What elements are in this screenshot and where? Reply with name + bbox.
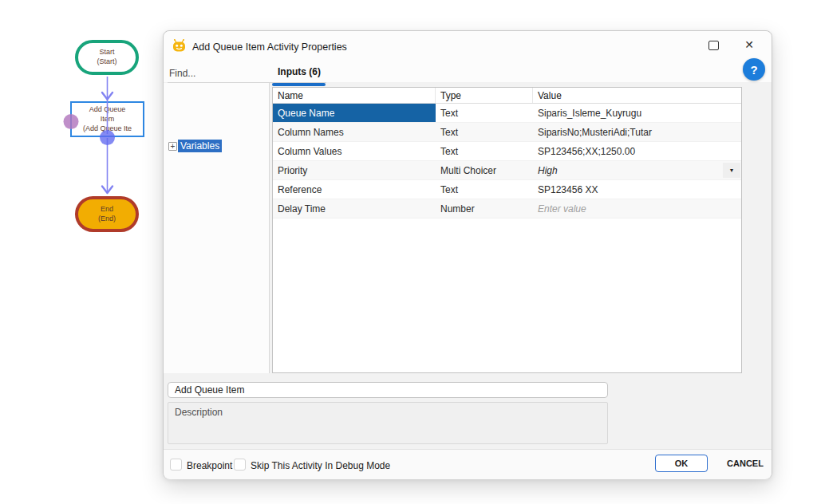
activity-node-line3: (Add Queue Ite bbox=[83, 124, 132, 134]
arrowhead-icon bbox=[102, 93, 112, 100]
cell-type: Text bbox=[436, 180, 533, 199]
breakpoint-label: Breakpoint bbox=[187, 460, 232, 471]
cell-value[interactable]: Siparis_Isleme_Kuyrugu bbox=[533, 104, 741, 122]
tab-inputs[interactable]: Inputs (6) bbox=[272, 66, 326, 77]
maximize-button[interactable] bbox=[705, 37, 722, 53]
cell-name[interactable]: Queue Name bbox=[273, 104, 436, 122]
column-header-value[interactable]: Value bbox=[533, 88, 741, 103]
cell-value[interactable]: SP123456 XX bbox=[533, 180, 741, 199]
robot-icon bbox=[172, 39, 187, 52]
flow-node-end[interactable]: End (End) bbox=[75, 196, 139, 232]
breakpoint-checkbox[interactable] bbox=[170, 459, 182, 471]
start-node-label: Start bbox=[99, 48, 114, 57]
cell-value[interactable]: SiparisNo;MusteriAdi;Tutar bbox=[533, 123, 741, 141]
cell-value-placeholder[interactable]: Enter value bbox=[533, 199, 741, 218]
dialog-title: Add Queue Item Activity Properties bbox=[192, 41, 347, 53]
cell-name[interactable]: Reference bbox=[273, 180, 436, 199]
ok-button[interactable]: OK bbox=[655, 455, 708, 472]
cell-value[interactable]: SP123456;XX;1250.00 bbox=[533, 142, 741, 160]
maximize-icon bbox=[708, 41, 719, 50]
activity-node-line1: Add Queue bbox=[89, 105, 126, 115]
panel-divider bbox=[269, 83, 270, 373]
help-icon: ? bbox=[750, 63, 757, 77]
cell-type: Number bbox=[436, 199, 533, 218]
tree-item-variables[interactable]: + Variables bbox=[164, 139, 222, 153]
column-header-type[interactable]: Type bbox=[436, 88, 533, 103]
table-row-reference[interactable]: Reference Text SP123456 XX bbox=[273, 180, 741, 199]
tree-item-label: Variables bbox=[178, 140, 222, 152]
close-button[interactable]: ✕ bbox=[740, 36, 759, 53]
cell-name[interactable]: Priority bbox=[273, 161, 436, 179]
flow-node-start[interactable]: Start (Start) bbox=[75, 40, 139, 75]
variables-tree-panel: + Variables bbox=[164, 83, 269, 373]
cell-type: Text bbox=[436, 142, 533, 160]
table-row-queue-name[interactable]: Queue Name Text Siparis_Isleme_Kuyrugu bbox=[273, 104, 741, 123]
tab-active-indicator bbox=[272, 83, 326, 86]
cell-name[interactable]: Column Values bbox=[273, 142, 436, 160]
cell-type: Text bbox=[436, 123, 533, 141]
cancel-button[interactable]: CANCEL bbox=[720, 455, 770, 472]
cell-type: Text bbox=[436, 104, 533, 122]
column-header-name[interactable]: Name bbox=[273, 88, 436, 103]
cell-value[interactable]: High bbox=[533, 161, 741, 179]
description-textarea[interactable] bbox=[168, 402, 608, 444]
arrowhead-icon bbox=[102, 187, 112, 194]
table-row-column-values[interactable]: Column Values Text SP123456;XX;1250.00 bbox=[273, 142, 741, 161]
help-button[interactable]: ? bbox=[743, 58, 765, 81]
skip-debug-checkbox[interactable] bbox=[234, 459, 246, 471]
flow-node-add-queue-item[interactable]: Add Queue Item (Add Queue Ite bbox=[70, 101, 144, 137]
table-header-row: Name Type Value bbox=[273, 88, 741, 104]
start-node-sublabel: (Start) bbox=[97, 57, 116, 67]
end-node-sublabel: (End) bbox=[98, 215, 116, 224]
skip-debug-label: Skip This Activity In Debug Mode bbox=[251, 460, 390, 471]
cell-name[interactable]: Delay Time bbox=[273, 199, 436, 218]
end-node-label: End bbox=[101, 205, 113, 215]
expand-plus-icon[interactable]: + bbox=[168, 142, 177, 151]
inputs-table: Name Type Value Queue Name Text Siparis_… bbox=[272, 87, 742, 373]
priority-dropdown-button[interactable]: ▾ bbox=[723, 163, 740, 178]
close-icon: ✕ bbox=[744, 38, 754, 51]
table-row-priority[interactable]: Priority Multi Choicer High ▾ bbox=[273, 161, 741, 180]
activity-node-line2: Item bbox=[101, 115, 115, 124]
properties-dialog: Add Queue Item Activity Properties ✕ ? I… bbox=[163, 30, 772, 479]
activity-name-input[interactable] bbox=[168, 382, 608, 398]
chevron-down-icon: ▾ bbox=[730, 167, 733, 174]
cell-name[interactable]: Column Names bbox=[273, 123, 436, 141]
table-row-delay-time[interactable]: Delay Time Number Enter value bbox=[273, 199, 741, 219]
cell-type: Multi Choicer bbox=[436, 161, 533, 179]
table-row-column-names[interactable]: Column Names Text SiparisNo;MusteriAdi;T… bbox=[273, 123, 741, 142]
